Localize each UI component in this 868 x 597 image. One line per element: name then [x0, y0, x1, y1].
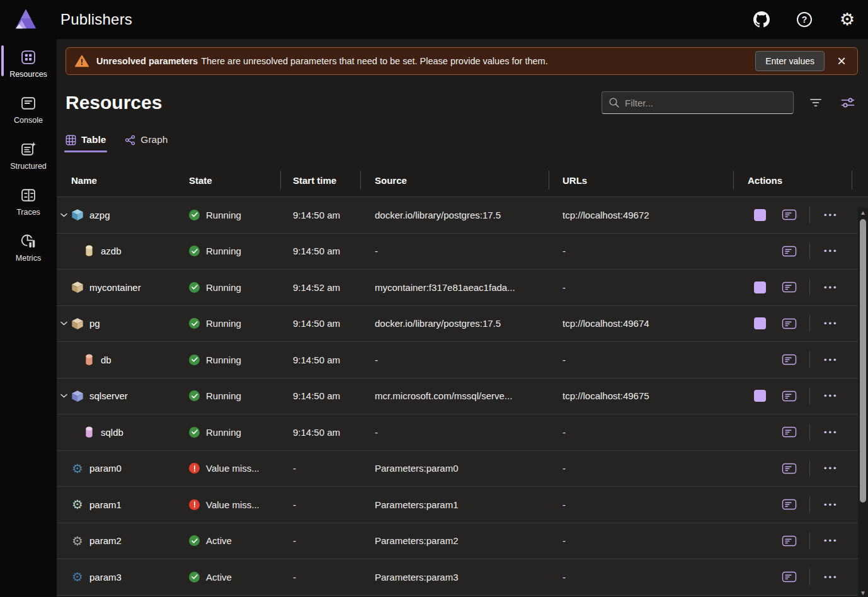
console-logs-button[interactable]: [782, 246, 797, 257]
url-link[interactable]: -: [562, 246, 566, 256]
scrollbar-thumb[interactable]: [860, 219, 866, 503]
more-actions-button[interactable]: •••: [820, 499, 842, 511]
console-logs-button[interactable]: [782, 463, 797, 474]
console-logs-button[interactable]: [782, 426, 797, 438]
table-row[interactable]: ⚙ param0 Value miss... - Parameters:para…: [57, 451, 868, 487]
console-logs-button[interactable]: [782, 499, 797, 510]
more-actions-button[interactable]: •••: [820, 462, 842, 474]
table-row[interactable]: ⚙ sqlserver Running 9:14:50 am mcr.micro…: [57, 378, 868, 415]
filter-input[interactable]: [625, 98, 787, 108]
table-row[interactable]: ⚙ param1 Value miss... - Parameters:para…: [57, 487, 868, 523]
sidebar-item-structured[interactable]: Structured: [0, 131, 57, 177]
table-row[interactable]: ⚙ azdb Running 9:14:50 am - - •••: [57, 234, 868, 270]
help-icon[interactable]: ?: [795, 10, 814, 29]
more-actions-button[interactable]: •••: [820, 281, 842, 293]
chevron-down-icon[interactable]: [58, 394, 69, 398]
sidebar-item-metrics[interactable]: Metrics: [0, 223, 57, 269]
resource-name[interactable]: db: [101, 355, 111, 365]
resource-name[interactable]: sqldb: [101, 427, 123, 438]
table-row[interactable]: ⚙ param2 Active - Parameters:param2 - ••…: [57, 523, 868, 560]
console-logs-button[interactable]: [782, 209, 797, 220]
view-tabs: Table Graph: [66, 134, 868, 152]
stop-button[interactable]: [754, 208, 767, 221]
column-header-state: State: [177, 164, 281, 196]
warning-triangle-icon: [75, 55, 89, 67]
enter-values-button[interactable]: Enter values: [755, 51, 825, 71]
table-row[interactable]: ⚙ azpg Running 9:14:50 am docker.io/libr…: [57, 197, 868, 234]
console-logs-button[interactable]: [782, 571, 797, 583]
github-icon[interactable]: [752, 10, 771, 29]
table-row[interactable]: ⚙ sqldb Running 9:14:50 am - - •••: [57, 414, 868, 451]
resource-name[interactable]: param0: [89, 463, 122, 474]
state-cell: Active: [177, 572, 281, 583]
table-row[interactable]: ⚙ mycontainer Running 9:14:52 am myconta…: [57, 270, 868, 306]
tab-graph[interactable]: Graph: [125, 134, 168, 152]
chevron-down-icon[interactable]: [58, 321, 69, 326]
url-link[interactable]: -: [562, 463, 566, 474]
actions-divider: [809, 424, 810, 440]
resource-name[interactable]: param2: [89, 535, 122, 546]
more-actions-button[interactable]: •••: [820, 426, 842, 438]
resource-name[interactable]: mycontainer: [89, 282, 141, 293]
more-actions-button[interactable]: •••: [820, 245, 842, 257]
url-link[interactable]: -: [562, 355, 566, 365]
source-cell: docker.io/library/postgres:17.5: [361, 210, 549, 220]
close-icon[interactable]: ×: [832, 54, 851, 69]
resource-name[interactable]: sqlserver: [89, 390, 128, 401]
table-row[interactable]: ⚙ param3 Active - Parameters:param3 - ••…: [57, 559, 868, 596]
tab-label: Graph: [140, 134, 168, 145]
aspire-logo-icon: [14, 8, 38, 31]
state-badge: [189, 282, 200, 293]
more-actions-button[interactable]: •••: [820, 354, 842, 366]
scroll-up-arrow[interactable]: ▲: [858, 208, 868, 218]
stop-button[interactable]: [754, 317, 767, 330]
settings-gear-icon[interactable]: ⚙: [838, 10, 857, 29]
resource-name[interactable]: azdb: [101, 246, 122, 256]
urls-cell: tcp://localhost:49674: [549, 318, 734, 329]
start-time-cell: 9:14:50 am: [281, 427, 361, 438]
url-link[interactable]: -: [562, 572, 566, 583]
start-time-cell: -: [281, 572, 361, 583]
more-actions-button[interactable]: •••: [820, 209, 842, 221]
table-row[interactable]: ⚙ db Running 9:14:50 am - - •••: [57, 342, 868, 378]
console-logs-button[interactable]: [782, 535, 797, 547]
actions-divider: [809, 388, 810, 404]
resource-name[interactable]: pg: [89, 318, 100, 329]
console-logs-button[interactable]: [782, 318, 797, 329]
more-actions-button[interactable]: •••: [820, 571, 842, 583]
sidebar-item-console[interactable]: Console: [0, 85, 57, 131]
sidebar-item-resources[interactable]: Resources: [0, 39, 57, 85]
sidebar-item-label: Traces: [16, 208, 40, 217]
tab-table[interactable]: Table: [66, 134, 106, 152]
chevron-down-icon[interactable]: [58, 213, 69, 217]
table-row[interactable]: ⚙ pg Running 9:14:50 am docker.io/librar…: [57, 306, 868, 343]
console-logs-button[interactable]: [782, 390, 797, 402]
state-text: Active: [206, 572, 232, 583]
resource-name[interactable]: param3: [89, 572, 122, 583]
scroll-down-arrow[interactable]: ▼: [858, 589, 868, 597]
url-link[interactable]: -: [562, 499, 566, 510]
column-options-sliders-icon[interactable]: [838, 94, 858, 111]
url-link[interactable]: tcp://localhost:49675: [562, 390, 649, 401]
resource-name[interactable]: param1: [89, 499, 122, 510]
more-actions-button[interactable]: •••: [820, 317, 842, 329]
stop-button[interactable]: [754, 390, 767, 402]
resource-name[interactable]: azpg: [89, 210, 110, 220]
url-link[interactable]: tcp://localhost:49672: [562, 210, 649, 220]
console-logs-button[interactable]: [782, 281, 797, 293]
more-actions-button[interactable]: •••: [820, 390, 842, 402]
url-link[interactable]: -: [562, 282, 566, 293]
url-link[interactable]: tcp://localhost:49674: [562, 318, 649, 329]
more-actions-button[interactable]: •••: [820, 535, 842, 547]
url-link[interactable]: -: [562, 427, 566, 438]
sidebar-item-traces[interactable]: Traces: [0, 177, 57, 223]
url-link[interactable]: -: [562, 535, 566, 546]
resource-name-cell: ⚙ mycontainer: [57, 280, 177, 294]
start-time-cell: 9:14:50 am: [281, 355, 361, 365]
stop-button[interactable]: [754, 281, 767, 293]
column-header-actions: Actions: [734, 164, 852, 196]
resource-name-cell: ⚙ azdb: [57, 244, 177, 258]
console-logs-button[interactable]: [782, 354, 797, 365]
filter-funnel-icon[interactable]: [806, 94, 825, 111]
state-badge: [189, 246, 200, 256]
